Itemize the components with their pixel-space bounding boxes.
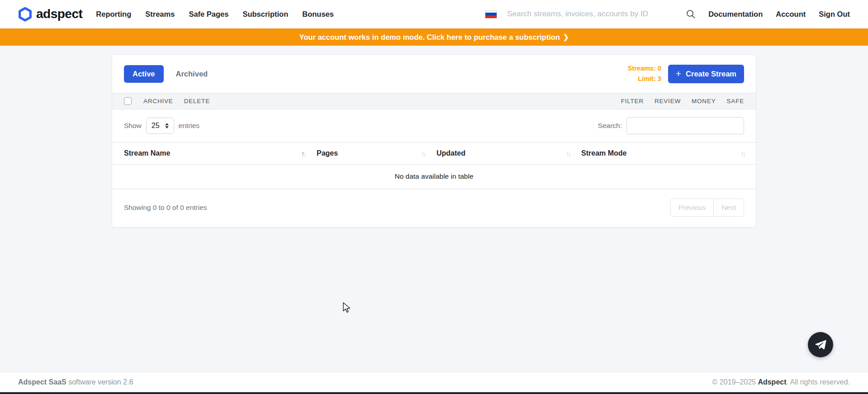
telegram-fab[interactable] xyxy=(808,332,833,357)
quota-info: Streams: 0 Limit: 3 xyxy=(628,63,661,84)
footer-version-text: software version 2.6 xyxy=(66,378,133,386)
nav-safe-pages[interactable]: Safe Pages xyxy=(189,10,228,19)
nav-bonuses[interactable]: Bonuses xyxy=(302,10,334,19)
create-stream-button[interactable]: + Create Stream xyxy=(668,65,744,83)
page-footer: Adspect SaaS software version 2.6 © 2019… xyxy=(0,372,868,392)
main-content: Active Archived Streams: 0 Limit: 3 + Cr… xyxy=(0,46,868,372)
entries-summary: Showing 0 to 0 of 0 entries xyxy=(124,204,207,212)
streams-limit: Limit: 3 xyxy=(628,74,661,84)
col-pages-label: Pages xyxy=(317,149,338,157)
footer-copyright: © 2019–2025 Adspect. All rights reserved… xyxy=(712,378,850,386)
safe-mode-link[interactable]: SAFE xyxy=(727,98,744,104)
col-stream-mode-label: Stream Mode xyxy=(581,149,626,157)
table-search-input[interactable] xyxy=(626,117,744,134)
chevron-right-icon: ❯ xyxy=(563,33,569,41)
col-updated[interactable]: Updated ↑↓ xyxy=(436,142,581,165)
main-nav: Reporting Streams Safe Pages Subscriptio… xyxy=(96,10,334,19)
nav-reporting[interactable]: Reporting xyxy=(96,10,131,19)
sort-icon[interactable]: ↑↓ xyxy=(566,150,571,157)
plus-icon: + xyxy=(676,69,681,78)
review-mode-link[interactable]: REVIEW xyxy=(655,98,681,104)
show-label: Show xyxy=(124,122,142,130)
table-controls: Show 25 entries Search: xyxy=(112,109,756,142)
money-mode-link[interactable]: MONEY xyxy=(692,98,716,104)
col-stream-name-label: Stream Name xyxy=(124,149,170,157)
previous-page-button[interactable]: Previous xyxy=(670,199,713,217)
streams-card: Active Archived Streams: 0 Limit: 3 + Cr… xyxy=(112,54,756,228)
pagination: Previous Next xyxy=(670,199,744,217)
nav-streams[interactable]: Streams xyxy=(145,10,175,19)
nav-sign-out[interactable]: Sign Out xyxy=(819,10,850,19)
table-search-label: Search: xyxy=(598,122,622,130)
col-stream-mode[interactable]: Stream Mode ↑↓ xyxy=(581,142,756,165)
sort-icon[interactable]: ↑↓ xyxy=(421,150,427,157)
streams-table: Stream Name ↑↓ Pages ↑↓ Updated ↑↓ xyxy=(112,142,756,189)
create-stream-label: Create Stream xyxy=(686,70,736,78)
footer-product-name[interactable]: Adspect SaaS xyxy=(18,378,66,386)
demo-banner-text: Your account works in demo mode. Click h… xyxy=(299,33,560,42)
nav-documentation[interactable]: Documentation xyxy=(708,10,763,19)
empty-row: No data available in table xyxy=(112,165,756,189)
col-pages[interactable]: Pages ↑↓ xyxy=(317,142,436,165)
top-navbar: adspect Reporting Streams Safe Pages Sub… xyxy=(0,0,868,28)
navbar-right: Documentation Account Sign Out xyxy=(485,9,850,19)
filter-mode-link[interactable]: FILTER xyxy=(621,98,644,104)
window-bottom-edge xyxy=(0,392,868,394)
page-length-value: 25 xyxy=(152,122,160,130)
archive-action[interactable]: ARCHIVE xyxy=(143,98,173,104)
search-submit-button[interactable] xyxy=(686,9,696,19)
tab-archived[interactable]: Archived xyxy=(176,70,208,78)
bulk-actions-bar: ARCHIVE DELETE FILTER REVIEW MONEY SAFE xyxy=(112,93,756,109)
adspect-logo[interactable]: adspect xyxy=(18,7,82,21)
empty-message: No data available in table xyxy=(112,165,756,189)
demo-mode-banner[interactable]: Your account works in demo mode. Click h… xyxy=(0,28,868,46)
bulk-actions: ARCHIVE DELETE xyxy=(143,98,210,104)
entries-label: entries xyxy=(179,122,200,130)
mode-filters: FILTER REVIEW MONEY SAFE xyxy=(621,98,744,104)
copyright-suffix: . All rights reserved. xyxy=(787,378,850,386)
sort-icon[interactable]: ↑↓ xyxy=(740,150,746,157)
select-spinner-icon xyxy=(165,123,169,128)
next-page-button[interactable]: Next xyxy=(713,199,744,217)
table-header-row: Stream Name ↑↓ Pages ↑↓ Updated ↑↓ xyxy=(112,142,756,165)
page-length-select[interactable]: 25 xyxy=(146,118,174,134)
card-footer: Showing 0 to 0 of 0 entries Previous Nex… xyxy=(112,189,756,227)
search-icon xyxy=(686,9,696,19)
copyright-years: © 2019–2025 xyxy=(712,378,758,386)
table-search: Search: xyxy=(598,117,744,134)
card-header: Active Archived Streams: 0 Limit: 3 + Cr… xyxy=(112,55,756,93)
delete-action[interactable]: DELETE xyxy=(184,98,210,104)
footer-version: Adspect SaaS software version 2.6 xyxy=(18,378,133,386)
telegram-icon xyxy=(814,338,827,351)
card-header-right: Streams: 0 Limit: 3 + Create Stream xyxy=(628,63,744,84)
russian-flag-icon[interactable] xyxy=(485,10,497,19)
tab-active[interactable]: Active xyxy=(124,65,164,83)
select-all-checkbox[interactable] xyxy=(124,97,132,105)
streams-count: Streams: 0 xyxy=(628,63,661,74)
mouse-cursor xyxy=(342,302,353,313)
global-search-input[interactable] xyxy=(507,9,670,19)
account-nav: Documentation Account Sign Out xyxy=(708,10,850,19)
nav-account[interactable]: Account xyxy=(776,10,806,19)
sort-icon[interactable]: ↑↓ xyxy=(301,150,307,157)
col-updated-label: Updated xyxy=(436,149,465,157)
brand-name: adspect xyxy=(36,7,82,21)
adspect-logo-icon xyxy=(18,7,32,21)
copyright-brand: Adspect xyxy=(758,378,786,386)
col-stream-name[interactable]: Stream Name ↑↓ xyxy=(112,142,317,165)
nav-subscription[interactable]: Subscription xyxy=(242,10,288,19)
